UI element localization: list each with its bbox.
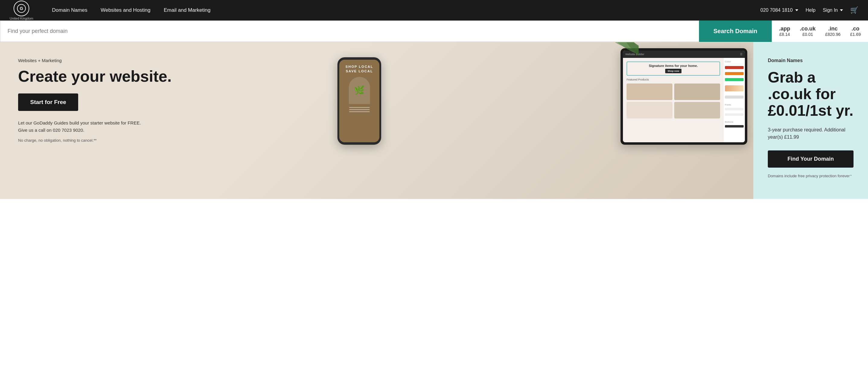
right-subtitle: Domain Names <box>768 58 854 63</box>
search-input-wrapper <box>0 21 699 42</box>
signin-button[interactable]: Sign In <box>823 7 843 13</box>
logo[interactable]: G United Kingdom <box>10 1 33 20</box>
hero-description: Let our GoDaddy Guides build your starte… <box>18 120 145 134</box>
hero-note: No charge, no obligation, nothing to can… <box>18 138 735 143</box>
hero-text-block: Websites + Marketing Create your website… <box>18 58 735 143</box>
domain-price-inc: .inc £820.96 <box>825 26 840 37</box>
find-your-domain-button[interactable]: Find Your Domain <box>768 150 854 168</box>
hero-panel: Websites + Marketing Create your website… <box>0 42 753 199</box>
tablet-nav-bar: Website Builder ☰ <box>623 50 745 58</box>
phone-number: 020 7084 1810 <box>761 7 793 13</box>
cart-button[interactable]: 🛒 <box>850 6 858 14</box>
nav-item-domain-names[interactable]: Domain Names <box>45 0 94 21</box>
hero-subtitle: Websites + Marketing <box>18 58 735 63</box>
signin-label: Sign In <box>823 7 838 13</box>
right-description: 3-year purchase required. Additional yea… <box>768 126 854 141</box>
search-domain-button[interactable]: Search Domain <box>699 21 772 42</box>
main-content: Websites + Marketing Create your website… <box>0 42 868 199</box>
logo-circle: G <box>13 1 29 16</box>
svg-text:G: G <box>20 6 23 10</box>
domain-price-app: .app £8.14 <box>779 26 790 37</box>
domain-prices: .app £8.14 .co.uk £0.01 .inc £820.96 .co… <box>772 21 868 42</box>
right-promo-panel: Domain Names Grab a .co.uk for £0.01/1st… <box>753 42 868 199</box>
phone-button[interactable]: 020 7084 1810 <box>761 7 799 13</box>
search-input[interactable] <box>7 28 692 34</box>
domain-price-couk: .co.uk £0.01 <box>800 26 815 37</box>
signin-chevron-icon <box>840 9 843 11</box>
nav-right: 020 7084 1810 Help Sign In 🛒 <box>761 6 859 14</box>
nav-links: Domain Names Websites and Hosting Email … <box>45 0 760 21</box>
navbar: G United Kingdom Domain Names Websites a… <box>0 0 868 21</box>
search-bar-section: Search Domain .app £8.14 .co.uk £0.01 .i… <box>0 21 868 42</box>
right-note: Domains include free privacy protection … <box>768 174 854 178</box>
logo-region: United Kingdom <box>10 16 33 20</box>
nav-item-email-marketing[interactable]: Email and Marketing <box>157 0 217 21</box>
hero-title: Create your website. <box>18 68 735 85</box>
domain-price-co: .co £1.69 <box>850 26 861 37</box>
right-title: Grab a .co.uk for £0.01/1st yr. <box>768 69 854 119</box>
start-free-button[interactable]: Start for Free <box>18 94 78 111</box>
help-button[interactable]: Help <box>806 7 815 13</box>
nav-item-websites-hosting[interactable]: Websites and Hosting <box>94 0 157 21</box>
phone-chevron-icon <box>795 9 798 11</box>
